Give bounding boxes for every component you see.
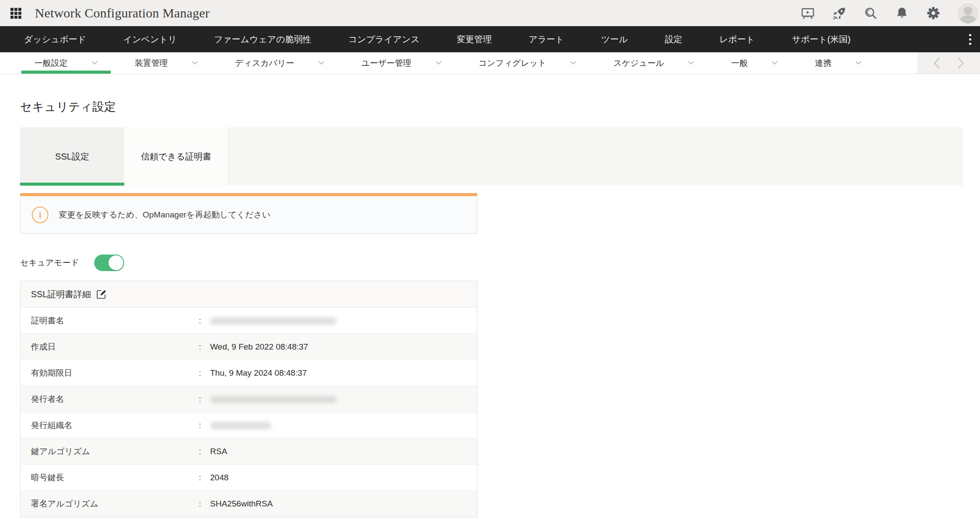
sub-nav-item[interactable]: 装置管理 (122, 52, 211, 74)
subnav-pager (918, 52, 980, 74)
more-vertical-icon[interactable] (967, 32, 973, 47)
tab-strip: SSL設定 信頼できる証明書 (20, 127, 963, 186)
row-separator: : (199, 368, 210, 378)
row-separator: : (199, 342, 210, 352)
row-label: 作成日 (20, 341, 199, 353)
main-nav-item[interactable]: コンプライアンス (333, 26, 435, 52)
table-row: 作成日 : Wed, 9 Feb 2022 08:48:37 (20, 334, 477, 360)
row-label: 発行組織名 (20, 420, 199, 431)
secure-mode-row: セキュアモード (20, 255, 980, 271)
main-nav-items: ダッシュボード インベントリ ファームウェアの脆弱性 コンプライアンス 変更管理… (9, 26, 866, 52)
app-title: Network Configuration Manager (35, 6, 210, 20)
main-nav-item[interactable]: 変更管理 (442, 26, 507, 52)
chevron-down-icon (570, 61, 576, 65)
info-icon: i (32, 207, 48, 223)
bell-icon[interactable] (895, 6, 909, 20)
sub-nav-item-label: スケジュール (613, 58, 664, 69)
user-avatar[interactable] (958, 3, 978, 24)
table-row: 暗号鍵長 : 2048 (20, 465, 477, 491)
tab[interactable]: 信頼できる証明書 (124, 127, 228, 186)
table-row: 鍵アルゴリズム : RSA (20, 438, 477, 465)
main-nav-item[interactable]: レポート (704, 26, 770, 52)
row-separator: : (199, 421, 210, 430)
sub-nav-item-label: 一般 (731, 58, 748, 69)
sub-nav-item-label: 一般設定 (34, 58, 68, 69)
row-value: Wed, 9 Feb 2022 08:48:37 (210, 342, 308, 352)
chevron-down-icon (436, 61, 442, 65)
restart-banner: i 変更を反映するため、OpManagerを再起動してください (20, 193, 477, 234)
main-nav-item[interactable]: サポート(米国) (776, 26, 866, 52)
sub-nav-item[interactable]: ユーザー管理 (348, 52, 455, 74)
table-row: 証明書名 : (20, 308, 477, 334)
sub-nav-item-label: コンフィグレット (479, 58, 547, 69)
chevron-left-icon[interactable] (933, 57, 941, 70)
tab[interactable]: SSL設定 (20, 127, 124, 186)
sub-nav: 一般設定 装置管理 ディスカバリー ユーザー管理 (0, 52, 980, 74)
page-title: セキュリティ設定 (20, 99, 980, 115)
chevron-down-icon (855, 61, 861, 65)
content-area: セキュリティ設定 SSL設定 信頼できる証明書 i 変更を反映するため、OpMa… (0, 99, 980, 517)
row-separator: : (199, 316, 210, 326)
chevron-down-icon (688, 61, 694, 65)
row-label: 証明書名 (20, 315, 199, 326)
header-actions (801, 3, 976, 24)
ssl-certificate-table: SSL証明書詳細 証明書名 : (20, 281, 477, 517)
rocket-icon[interactable] (832, 6, 846, 20)
edit-icon[interactable] (96, 289, 107, 299)
secure-mode-toggle[interactable] (94, 255, 124, 271)
certificate-table-header: SSL証明書詳細 (20, 281, 477, 308)
redacted-value (210, 396, 337, 403)
toggle-knob (109, 255, 123, 270)
chevron-down-icon (92, 61, 98, 65)
chevron-down-icon (772, 61, 778, 65)
main-nav-item[interactable]: ダッシュボード (9, 26, 102, 52)
main-nav-item[interactable]: アラート (514, 26, 579, 52)
secure-mode-label: セキュアモード (20, 257, 79, 268)
sub-nav-item-label: ユーザー管理 (361, 58, 412, 69)
redacted-value (210, 422, 271, 429)
sub-nav-item-label: 連携 (815, 58, 831, 69)
sub-nav-items: 一般設定 装置管理 ディスカバリー ユーザー管理 (21, 52, 875, 74)
row-label: 発行者名 (20, 394, 199, 405)
table-row: 署名アルゴリズム : SHA256withRSA (20, 491, 477, 517)
sub-nav-item[interactable]: ディスカバリー (222, 52, 337, 74)
main-nav-item[interactable]: ファームウェアの脆弱性 (199, 26, 327, 52)
row-value: Thu, 9 May 2024 08:48:37 (210, 368, 307, 378)
sub-nav-item-label: 装置管理 (135, 58, 168, 69)
sub-nav-item[interactable]: 一般 (718, 52, 791, 74)
main-nav-item[interactable]: 設定 (650, 26, 698, 52)
tab-label: SSL設定 (55, 151, 89, 163)
main-nav-item[interactable]: インベントリ (108, 26, 192, 52)
chevron-down-icon (192, 61, 198, 65)
presentation-play-icon[interactable] (801, 6, 815, 20)
row-label: 有効期限日 (20, 367, 199, 379)
top-header: Network Configuration Manager (0, 0, 980, 26)
search-icon[interactable] (864, 6, 878, 20)
table-row: 発行組織名 : (20, 412, 477, 438)
certificate-rows: 証明書名 : 作成日 : Wed, 9 Feb 2022 08:48:37 有 (20, 308, 477, 517)
restart-banner-text: 変更を反映するため、OpManagerを再起動してください (59, 209, 271, 221)
sub-nav-item[interactable]: スケジュール (600, 52, 707, 74)
sub-nav-item-label: ディスカバリー (235, 58, 294, 69)
tab-label: 信頼できる証明書 (141, 151, 211, 163)
row-separator: : (199, 447, 210, 456)
sub-nav-item[interactable]: 連携 (802, 52, 875, 74)
row-value: RSA (210, 447, 227, 456)
sub-nav-item[interactable]: コンフィグレット (466, 52, 590, 74)
row-label: 署名アルゴリズム (20, 498, 199, 510)
row-separator: : (199, 394, 210, 404)
chevron-right-icon[interactable] (957, 57, 964, 70)
redacted-value (210, 317, 337, 325)
apps-grid-icon[interactable] (9, 6, 23, 20)
app-root: Network Configuration Manager (0, 0, 980, 517)
main-nav: ダッシュボード インベントリ ファームウェアの脆弱性 コンプライアンス 変更管理… (0, 26, 980, 52)
sub-nav-item[interactable]: 一般設定 (21, 52, 111, 74)
avatar-head (964, 7, 972, 15)
main-nav-item[interactable]: ツール (586, 26, 643, 52)
avatar-body (960, 15, 976, 24)
chevron-down-icon (318, 61, 324, 65)
gear-icon[interactable] (926, 6, 940, 20)
table-row: 有効期限日 : Thu, 9 May 2024 08:48:37 (20, 360, 477, 386)
table-row: 発行者名 : (20, 386, 477, 412)
certificate-table-title: SSL証明書詳細 (31, 289, 91, 300)
